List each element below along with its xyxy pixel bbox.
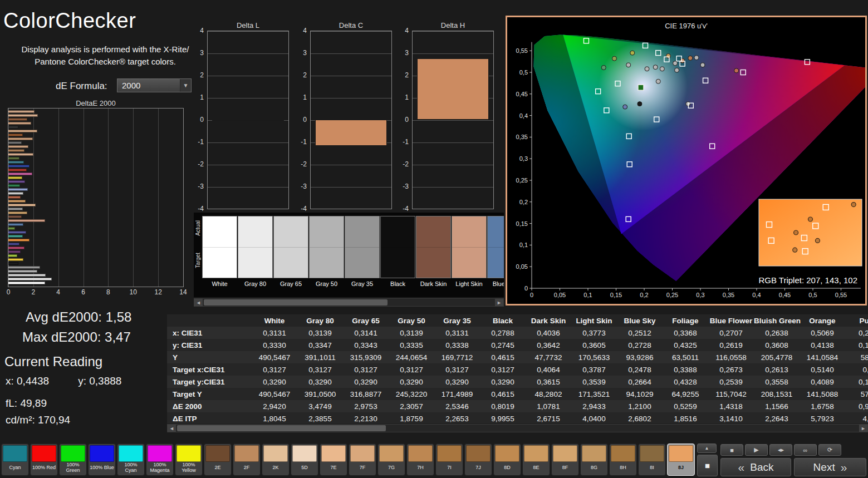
patch-button-7g[interactable]: 7G — [377, 443, 405, 476]
patch-button-7h[interactable]: 7H — [406, 443, 434, 476]
patch-color-swatch — [292, 445, 317, 462]
table-cell: 0,2664 — [617, 378, 663, 386]
next-button[interactable]: Next » — [794, 458, 866, 476]
table-cell: 245,3220 — [389, 390, 434, 398]
patch-button-100-blue[interactable]: 100% Blue — [88, 443, 116, 476]
table-cell: 1,0781 — [526, 402, 571, 411]
deltae-bar — [8, 134, 23, 136]
patch-button-label: 100% Magenta — [148, 462, 172, 474]
scroll-right-icon[interactable]: ► — [495, 299, 503, 306]
x-tick-label: 6 — [81, 288, 85, 296]
patch-color-swatch — [321, 445, 346, 462]
patch-button-7f[interactable]: 7F — [349, 443, 376, 476]
patch-button-8f[interactable]: 8F — [551, 443, 579, 476]
deltae-bar — [8, 239, 30, 242]
patch-button-7i[interactable]: 7I — [435, 443, 463, 476]
y-tick-label: -4 — [190, 205, 204, 213]
patch-button-100-cyan[interactable]: 100% Cyan — [117, 443, 145, 476]
patch-button-100-green[interactable]: 100% Green — [59, 443, 87, 476]
patch-color-swatch — [495, 445, 519, 462]
patch-button-8e[interactable]: 8E — [522, 443, 550, 476]
patch-color-swatch — [408, 445, 433, 462]
patch-button-100-yellow[interactable]: 100% Yellow — [175, 443, 203, 476]
loop-button[interactable]: ∞ — [794, 444, 817, 456]
chevron-left-icon: « — [738, 461, 745, 474]
y-tick-label: 4 — [293, 27, 307, 35]
svg-text:0,35: 0,35 — [723, 292, 734, 298]
patch-button-8i[interactable]: 8I — [638, 443, 666, 476]
patch-button-cyan[interactable]: Cyan — [1, 443, 29, 476]
scroll-left-icon[interactable]: ◄ — [194, 299, 203, 306]
table-row-label: y: CIE31 — [167, 341, 252, 349]
deltae-bar — [8, 278, 52, 280]
svg-text:0,55: 0,55 — [835, 292, 847, 298]
patch-button-5d[interactable]: 5D — [291, 443, 318, 476]
table-cell: 0,198 — [845, 341, 868, 349]
inset-measurement-point — [808, 217, 813, 221]
swatch-scroll-thumb[interactable] — [204, 299, 388, 305]
back-button[interactable]: « Back — [720, 458, 791, 476]
deltae-bar — [8, 200, 26, 203]
xy-readout: x: 0,4438y: 0,3888 — [6, 375, 150, 387]
patch-button-label: 8H — [611, 462, 635, 474]
deltae-bar — [8, 173, 32, 175]
patch-color-swatch — [669, 445, 693, 462]
table-cell: 3,4749 — [297, 402, 343, 411]
table-cell: 391,1011 — [297, 353, 343, 362]
patch-button-label: 8I — [640, 462, 664, 474]
svg-text:0,1: 0,1 — [583, 292, 592, 298]
svg-text:0,2: 0,2 — [640, 292, 648, 298]
patch-button-label: 100% Red — [32, 462, 56, 474]
patch-button-label: 7I — [437, 462, 462, 474]
scroll-left-icon[interactable]: ◄ — [168, 425, 176, 432]
patch-button-label: 8E — [524, 462, 548, 474]
swatch-light-skin: Light Skin — [452, 216, 487, 287]
table-cell: 0,3773 — [571, 329, 617, 337]
current-reading-heading: Current Reading — [4, 354, 102, 369]
de-formula-dropdown[interactable]: 2000 ▼ — [117, 78, 192, 92]
patch-button-2k[interactable]: 2K — [262, 443, 290, 476]
scroll-right-icon[interactable]: ► — [859, 425, 867, 432]
deltae-bar — [8, 122, 31, 125]
table-cell: 3,1410 — [708, 415, 754, 423]
play-button[interactable]: ▶ — [745, 444, 768, 456]
column-header: Gray 65 — [343, 317, 389, 325]
table-cell: 58,9 — [845, 353, 868, 362]
patch-button-2f[interactable]: 2F — [233, 443, 261, 476]
column-header: Gray 50 — [389, 317, 434, 325]
scroll-up-button[interactable]: ▲ — [697, 443, 717, 453]
swatch-window-button[interactable]: ■ — [697, 455, 718, 476]
measurement-point — [630, 51, 635, 55]
patch-button-8d[interactable]: 8D — [493, 443, 521, 476]
chevron-down-icon[interactable]: ▼ — [180, 79, 191, 92]
swatch-color — [345, 216, 380, 278]
delta-bar — [315, 120, 387, 146]
table-cell: 0,3388 — [663, 366, 708, 374]
patch-button-8h[interactable]: 8H — [609, 443, 637, 476]
patch-button-8g[interactable]: 8G — [580, 443, 608, 476]
table-cell: 9,9955 — [480, 415, 526, 423]
patch-button-2e[interactable]: 2E — [204, 443, 232, 476]
table-cell: 0,3615 — [526, 378, 571, 386]
patch-button-7e[interactable]: 7E — [320, 443, 347, 476]
stop-button[interactable]: ■ — [720, 444, 743, 456]
patch-button-8j[interactable]: 8J — [667, 443, 695, 476]
table-row: Target y:CIE310,32900,32900,32900,32900,… — [167, 376, 868, 388]
table-cell: 2,2130 — [343, 415, 389, 423]
deltae-bar — [8, 250, 21, 253]
step-button[interactable]: ◂▸ — [769, 444, 792, 456]
up-arrow-icon: ▲ — [705, 446, 709, 451]
swatch-row: WhiteGray 80Gray 65Gray 50Gray 35BlackDa… — [202, 216, 504, 287]
table-scroll-thumb[interactable] — [177, 425, 386, 431]
table-cell: 169,7712 — [434, 353, 480, 362]
target-row-label: Target — [195, 253, 201, 268]
x-tick-label: 12 — [154, 288, 161, 296]
patch-button-100-magenta[interactable]: 100% Magenta — [146, 443, 174, 476]
refresh-button[interactable]: ⟳ — [818, 444, 841, 456]
patch-button-100-red[interactable]: 100% Red — [30, 443, 58, 476]
table-cell: 2,5346 — [434, 402, 480, 411]
patch-button-7j[interactable]: 7J — [464, 443, 492, 476]
swatch-label: Black — [380, 280, 415, 287]
deltae-bar-chart — [8, 108, 184, 287]
patch-color-swatch — [176, 445, 201, 462]
